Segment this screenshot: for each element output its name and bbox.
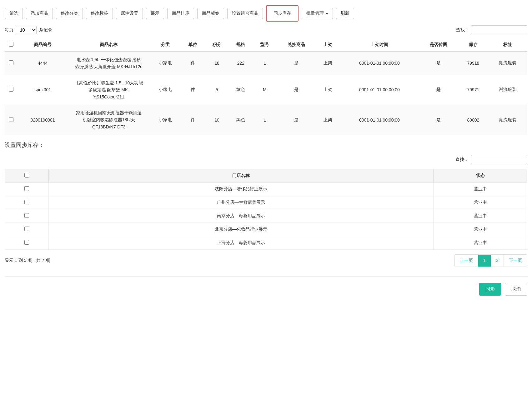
cell-exchange: 是: [277, 52, 316, 75]
cell-name: 家用除湿机回南天潮湿器干燥抽湿机卧室内吸湿除湿器18L/天 CF18BD/N7-…: [74, 109, 143, 130]
filter-button[interactable]: 筛选: [5, 8, 23, 19]
store-row-checkbox[interactable]: [24, 213, 29, 218]
cell-shelf-time: 0001-01-01 00:00:00: [340, 52, 419, 75]
col-exchange[interactable]: 兑换商品: [277, 38, 316, 52]
edit-category-button[interactable]: 修改分类: [56, 8, 83, 19]
product-table-header-row: 商品编号 商品名称 分类 单位 积分 规格 型号 兑换商品 上架 上架时间 是否…: [5, 38, 527, 52]
page-size-select[interactable]: 10: [16, 26, 37, 34]
cell-shelf-time: 0001-01-01 00:00:00: [340, 75, 419, 105]
store-status-cell: 营业中: [434, 209, 527, 223]
cell-unit: 件: [181, 105, 205, 135]
page-size-suffix: 条记录: [39, 27, 52, 33]
col-on-shelf[interactable]: 上架: [316, 38, 340, 52]
cell-has-image: 是: [419, 75, 458, 105]
table-row: 4444 电水壶 1.5L 一体化包边壶嘴 磨砂壶身质感 大角度开盖 MK-HJ…: [5, 52, 527, 75]
add-product-button[interactable]: 添加商品: [26, 8, 53, 19]
cell-stock: 79918: [458, 52, 488, 75]
col-has-image[interactable]: 是否传图: [419, 38, 458, 52]
batch-manage-dropdown[interactable]: 批量管理: [302, 8, 333, 19]
cell-unit: 件: [181, 75, 205, 105]
toolbar: 筛选 添加商品 修改分类 修改标签 属性设置 展示 商品排序 商品标签 设置组合…: [5, 3, 527, 19]
col-stock[interactable]: 库存: [458, 38, 488, 52]
row-checkbox[interactable]: [9, 60, 13, 65]
set-combo-button[interactable]: 设置组合商品: [227, 8, 263, 19]
product-sort-button[interactable]: 商品排序: [167, 8, 194, 19]
store-status-cell: 营业中: [434, 196, 527, 209]
sync-stock-button[interactable]: 同步库存: [266, 5, 299, 22]
col-model[interactable]: 型号: [253, 38, 277, 52]
edit-tags-button[interactable]: 修改标签: [86, 8, 113, 19]
cell-exchange: 是: [277, 105, 316, 135]
cell-tags: 潮流服装: [488, 75, 527, 105]
display-button[interactable]: 展示: [146, 8, 164, 19]
store-row-checkbox[interactable]: [24, 240, 29, 245]
store-search-input[interactable]: [471, 155, 527, 164]
prev-page-button[interactable]: 上一页: [455, 255, 478, 267]
page-size-control: 每页 10 条记录: [5, 26, 52, 34]
cell-spec: 黄色: [229, 75, 253, 105]
col-unit[interactable]: 单位: [181, 38, 205, 52]
select-all-checkbox[interactable]: [9, 42, 13, 47]
store-status-cell: 营业中: [434, 223, 527, 236]
sync-section-title: 设置同步库存：: [5, 141, 527, 149]
cell-tags: 潮流服装: [488, 105, 527, 135]
cell-category: 小家电: [149, 75, 181, 105]
store-search-row: 查找：: [5, 155, 527, 164]
cell-on-shelf: 上架: [316, 75, 340, 105]
search-control: 查找：: [456, 25, 527, 34]
col-category[interactable]: 分类: [149, 38, 181, 52]
store-name-cell: 广州分店—生鲜蔬菜展示: [49, 196, 434, 209]
store-row: 北京分店—化妆品行业展示 营业中: [5, 223, 527, 236]
cell-points: 18: [205, 52, 229, 75]
cell-category: 小家电: [149, 105, 181, 135]
col-points[interactable]: 积分: [205, 38, 229, 52]
row-checkbox[interactable]: [9, 87, 13, 92]
store-row-checkbox[interactable]: [24, 200, 29, 204]
store-row-checkbox[interactable]: [24, 227, 29, 231]
cell-stock: 79971: [458, 75, 488, 105]
cell-name: 【高性价比】养生壶 1.5L 10大功能 多段定温 配茶篮 MK-YS15Col…: [74, 79, 143, 100]
col-store-name[interactable]: 门店名称: [49, 169, 434, 182]
cell-points: 5: [205, 75, 229, 105]
cell-model: L: [253, 105, 277, 135]
pagination-info: 显示 1 到 5 项，共 7 项: [5, 258, 50, 263]
col-store-status[interactable]: 状态: [434, 169, 527, 182]
cell-has-image: 是: [419, 52, 458, 75]
cell-shelf-time: 0001-01-01 00:00:00: [340, 105, 419, 135]
page-1-button[interactable]: 1: [478, 255, 491, 267]
cell-model: M: [253, 75, 277, 105]
sync-confirm-button[interactable]: 同步: [479, 283, 501, 296]
footer-actions: 同步 取消: [5, 276, 527, 296]
col-shelf-time[interactable]: 上架时间: [340, 38, 419, 52]
next-page-button[interactable]: 下一页: [504, 255, 527, 267]
refresh-button[interactable]: 刷新: [336, 8, 354, 19]
table-row: spnz001 【高性价比】养生壶 1.5L 10大功能 多段定温 配茶篮 MK…: [5, 75, 527, 105]
col-spec[interactable]: 规格: [229, 38, 253, 52]
cell-unit: 件: [181, 52, 205, 75]
cell-code: spnz001: [17, 75, 68, 105]
col-name[interactable]: 商品名称: [68, 38, 149, 52]
store-row: 上海分店—母婴用品展示 营业中: [5, 236, 527, 250]
cell-stock: 80002: [458, 105, 488, 135]
cell-on-shelf: 上架: [316, 52, 340, 75]
search-label: 查找：: [456, 27, 469, 33]
search-input[interactable]: [471, 25, 527, 34]
page-2-button[interactable]: 2: [491, 255, 504, 267]
attr-settings-button[interactable]: 属性设置: [116, 8, 143, 19]
row-checkbox[interactable]: [9, 117, 13, 122]
col-tags[interactable]: 标签: [488, 38, 527, 52]
store-table-header-row: 门店名称 状态: [5, 169, 527, 182]
cell-spec: 222: [229, 52, 253, 75]
pagination: 上一页 1 2 下一页: [454, 254, 527, 267]
cell-points: 10: [205, 105, 229, 135]
store-select-all-checkbox[interactable]: [24, 173, 29, 178]
col-code[interactable]: 商品编号: [17, 38, 68, 52]
store-row-checkbox[interactable]: [24, 186, 29, 191]
product-tags-button[interactable]: 商品标签: [197, 8, 224, 19]
cancel-button[interactable]: 取消: [505, 283, 527, 296]
table-row: 0200100001 家用除湿机回南天潮湿器干燥抽湿机卧室内吸湿除湿器18L/天…: [5, 105, 527, 135]
cell-model: L: [253, 52, 277, 75]
cell-code: 0200100001: [17, 105, 68, 135]
store-row: 南京分店—母婴用品展示 营业中: [5, 209, 527, 223]
store-status-cell: 营业中: [434, 182, 527, 196]
